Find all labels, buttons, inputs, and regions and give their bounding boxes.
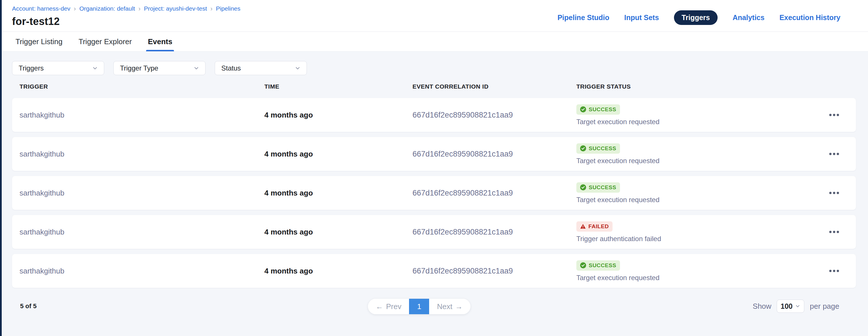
more-options-icon[interactable]: [828, 267, 841, 275]
status-badge: SUCCESS: [577, 104, 620, 115]
trigger-status-cell: SUCCESS Target execution requested: [577, 260, 819, 282]
top-nav-link-analytics[interactable]: Analytics: [733, 13, 764, 22]
chevron-down-icon: [294, 65, 301, 71]
check-circle-icon: [580, 145, 586, 152]
events-table-body: sarthakgithub 4 months ago 667d16f2ec895…: [12, 98, 856, 288]
right-arrow-icon: →: [455, 302, 463, 311]
page-number-button[interactable]: 1: [409, 299, 429, 314]
trigger-name: sarthakgithub: [20, 228, 265, 237]
pipeline-top-nav: Pipeline Studio Input Sets Triggers Anal…: [557, 10, 840, 25]
more-options-icon[interactable]: [828, 228, 841, 236]
column-header-trigger: TRIGGER: [20, 83, 265, 90]
check-circle-icon: [580, 106, 586, 112]
status-badge: SUCCESS: [577, 182, 620, 193]
table-row[interactable]: sarthakgithub 4 months ago 667d16f2ec895…: [12, 176, 856, 210]
table-row[interactable]: sarthakgithub 4 months ago 667d16f2ec895…: [12, 98, 856, 132]
event-time: 4 months ago: [265, 228, 412, 237]
triggers-filter-label: Triggers: [19, 64, 43, 72]
breadcrumb-link[interactable]: Pipelines: [216, 5, 240, 12]
table-header-row: TRIGGER TIME EVENT CORRELATION ID TRIGGE…: [12, 75, 856, 98]
event-correlation-id: 667d16f2ec895908821c1aa9: [412, 150, 577, 159]
trigger-status-cell: SUCCESS Target execution requested: [577, 143, 819, 165]
status-badge-label: SUCCESS: [589, 145, 616, 152]
collapsed-sidebar-edge[interactable]: [0, 0, 2, 336]
pagination-footer: 5 of 5 ← Prev 1 Next → Show 100 per page: [12, 298, 856, 314]
breadcrumb-separator: ›: [210, 5, 212, 12]
status-badge: SUCCESS: [577, 143, 620, 154]
left-arrow-icon: ←: [376, 302, 383, 311]
check-circle-icon: [580, 184, 586, 190]
trigger-type-filter-dropdown[interactable]: Trigger Type: [113, 61, 206, 75]
prev-page-button[interactable]: ← Prev: [368, 299, 409, 314]
page-header: Account: harness-dev › Organization: def…: [0, 0, 868, 32]
event-time: 4 months ago: [265, 267, 412, 275]
status-badge: FAILED: [577, 221, 613, 232]
trigger-status-cell: FAILED Trigger authentication failed: [577, 221, 819, 243]
status-badge-label: SUCCESS: [589, 106, 616, 113]
events-tab-bar: Trigger Listing Trigger Explorer Events: [0, 32, 868, 52]
event-correlation-id: 667d16f2ec895908821c1aa9: [412, 189, 577, 198]
trigger-status-cell: SUCCESS Target execution requested: [577, 104, 819, 126]
filters-row: Triggers Trigger Type Status: [12, 61, 856, 75]
status-filter-dropdown[interactable]: Status: [215, 61, 307, 75]
trigger-name: sarthakgithub: [20, 267, 265, 275]
status-message: Trigger authentication failed: [577, 235, 661, 243]
page-size-select[interactable]: 100: [777, 300, 804, 313]
breadcrumb-link[interactable]: Account: harness-dev: [12, 5, 70, 12]
table-row[interactable]: sarthakgithub 4 months ago 667d16f2ec895…: [12, 137, 856, 171]
top-nav-link-input-sets[interactable]: Input Sets: [624, 13, 659, 22]
tab-trigger-explorer[interactable]: Trigger Explorer: [79, 32, 132, 51]
status-message: Target execution requested: [577, 118, 660, 126]
tab-trigger-listing[interactable]: Trigger Listing: [16, 32, 63, 51]
triggers-filter-dropdown[interactable]: Triggers: [12, 61, 104, 75]
page-size-control: Show 100 per page: [753, 300, 839, 313]
status-message: Target execution requested: [577, 157, 660, 165]
status-badge-label: FAILED: [588, 223, 609, 230]
trigger-name: sarthakgithub: [20, 189, 265, 198]
column-header-trigger-status: TRIGGER STATUS: [577, 83, 819, 90]
status-message: Target execution requested: [577, 274, 660, 282]
status-message: Target execution requested: [577, 196, 660, 204]
trigger-status-cell: SUCCESS Target execution requested: [577, 182, 819, 204]
event-time: 4 months ago: [265, 189, 412, 198]
top-nav-link-pipeline-studio[interactable]: Pipeline Studio: [557, 13, 609, 22]
breadcrumb-link[interactable]: Project: ayushi-dev-test: [144, 5, 207, 12]
trigger-name: sarthakgithub: [20, 150, 265, 159]
warning-triangle-icon: [580, 224, 586, 229]
top-nav-link-execution-history[interactable]: Execution History: [779, 13, 840, 22]
column-header-time: TIME: [265, 83, 412, 90]
events-content: Triggers Trigger Type Status TRIGGER TIM…: [0, 52, 868, 336]
event-correlation-id: 667d16f2ec895908821c1aa9: [412, 228, 577, 237]
status-filter-label: Status: [221, 64, 241, 72]
next-page-button[interactable]: Next →: [429, 299, 470, 314]
event-time: 4 months ago: [265, 111, 412, 120]
chevron-down-icon: [92, 65, 98, 71]
column-header-correlation-id: EVENT CORRELATION ID: [412, 83, 577, 90]
chevron-down-icon: [193, 65, 199, 71]
tab-events[interactable]: Events: [148, 32, 172, 51]
breadcrumb-separator: ›: [74, 5, 76, 12]
status-badge-label: SUCCESS: [589, 262, 616, 269]
top-nav-link-triggers[interactable]: Triggers: [674, 10, 718, 25]
event-time: 4 months ago: [265, 150, 412, 159]
per-page-label: per page: [810, 302, 839, 311]
more-options-icon[interactable]: [828, 111, 841, 119]
check-circle-icon: [580, 262, 586, 268]
status-badge: SUCCESS: [577, 260, 620, 271]
status-badge-label: SUCCESS: [589, 184, 616, 191]
breadcrumb-separator: ›: [138, 5, 141, 12]
trigger-name: sarthakgithub: [20, 111, 265, 120]
pager: ← Prev 1 Next →: [368, 299, 470, 314]
show-label: Show: [753, 302, 771, 311]
event-correlation-id: 667d16f2ec895908821c1aa9: [412, 111, 577, 120]
more-options-icon[interactable]: [828, 150, 841, 158]
more-options-icon[interactable]: [828, 189, 841, 197]
event-correlation-id: 667d16f2ec895908821c1aa9: [412, 267, 577, 275]
trigger-type-filter-label: Trigger Type: [120, 64, 158, 72]
result-count: 5 of 5: [20, 302, 36, 310]
breadcrumb-link[interactable]: Organization: default: [79, 5, 135, 12]
table-row[interactable]: sarthakgithub 4 months ago 667d16f2ec895…: [12, 215, 856, 249]
chevron-down-icon: [795, 303, 801, 309]
table-row[interactable]: sarthakgithub 4 months ago 667d16f2ec895…: [12, 254, 856, 288]
